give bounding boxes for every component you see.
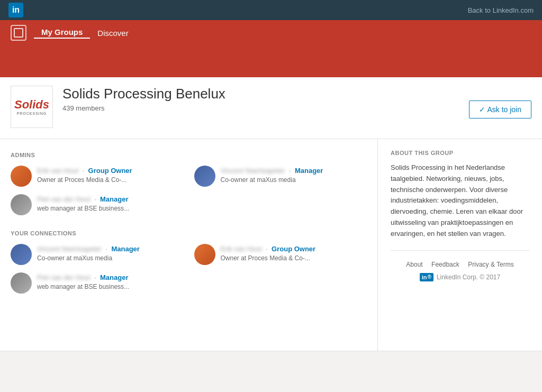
member-name: Piet van der Hout xyxy=(37,274,90,281)
member-info: Piet van der Hout · Manager web manager … xyxy=(37,272,184,290)
member-role[interactable]: Manager xyxy=(100,274,128,281)
member-role[interactable]: Group Owner xyxy=(272,245,315,253)
member-role[interactable]: Group Owner xyxy=(88,167,132,175)
list-item: Vincent Neertsapeter · Manager Co-owner … xyxy=(194,166,367,187)
linkedin-logo: in xyxy=(8,3,23,17)
member-info: Vincent Neertsapeter · Manager Co-owner … xyxy=(37,244,184,262)
group-logo: Solids PROCESSING xyxy=(11,86,53,128)
privacy-terms-link[interactable]: Privacy & Terms xyxy=(468,261,513,268)
member-subtitle: Owner at Proces Media & Co-... xyxy=(37,176,184,184)
discover-link[interactable]: Discover xyxy=(90,29,136,38)
connections-section: YOUR CONNECTIONS Vincent Neertsapeter · … xyxy=(11,230,367,294)
member-role[interactable]: Manager xyxy=(100,195,128,203)
member-info: Piet van der Hout · Manager web manager … xyxy=(37,194,184,212)
member-name: Vincent Neertsapeter xyxy=(221,167,285,175)
admins-section: ADMINS Erik van Hout · Group Owner xyxy=(11,152,367,215)
about-description: Solids Processing in het Nederlandse taa… xyxy=(391,162,529,240)
top-nav: in Back to LinkedIn.com xyxy=(0,0,542,20)
list-item: Erik van Hout · Group Owner Owner at Pro… xyxy=(194,244,367,265)
member-subtitle: Co-owner at maXus media xyxy=(221,176,367,184)
footer-logo-row: in® LinkedIn Corp. © 2017 xyxy=(391,273,529,281)
member-name: Piet van der Hout xyxy=(37,195,90,203)
linkedin-footer-logo: in® xyxy=(420,273,433,281)
member-subtitle: web manager at BSE business... xyxy=(37,205,184,212)
ask-to-join-button[interactable]: ✓ Ask to join xyxy=(469,101,531,118)
avatar xyxy=(11,166,32,187)
member-subtitle: web manager at BSE business... xyxy=(37,283,184,290)
member-role[interactable]: Manager xyxy=(295,167,323,175)
member-subtitle: Co-owner at maXus media xyxy=(37,254,184,262)
member-subtitle: Owner at Proces Media & Co-... xyxy=(221,254,367,262)
secondary-nav: My Groups Discover xyxy=(0,20,542,45)
left-panel: ADMINS Erik van Hout · Group Owner xyxy=(0,139,378,351)
connections-section-title: YOUR CONNECTIONS xyxy=(11,230,367,236)
avatar xyxy=(194,166,215,187)
list-item: Piet van der Hout · Manager web manager … xyxy=(11,272,184,294)
avatar xyxy=(11,244,32,265)
my-groups-link[interactable]: My Groups xyxy=(34,28,90,39)
avatar xyxy=(11,194,32,215)
group-header: Solids PROCESSING Solids Processing Bene… xyxy=(0,77,542,139)
member-info: Erik van Hout · Group Owner Owner at Pro… xyxy=(37,166,184,184)
body-layout: ADMINS Erik van Hout · Group Owner xyxy=(0,139,542,351)
feedback-link[interactable]: Feedback xyxy=(431,261,459,268)
about-divider xyxy=(391,250,529,251)
logo-processing-text: PROCESSING xyxy=(14,112,49,116)
logo-solids-text: Solids xyxy=(14,98,49,112)
connections-grid: Vincent Neertsapeter · Manager Co-owner … xyxy=(11,244,367,294)
red-banner xyxy=(0,45,542,77)
list-item: Erik van Hout · Group Owner Owner at Pro… xyxy=(11,166,184,187)
member-name: Erik van Hout xyxy=(221,245,262,253)
admins-grid: Erik van Hout · Group Owner Owner at Pro… xyxy=(11,166,367,215)
main-content: Solids PROCESSING Solids Processing Bene… xyxy=(0,77,542,351)
avatar xyxy=(11,272,32,294)
admins-section-title: ADMINS xyxy=(11,152,367,158)
member-info: Erik van Hout · Group Owner Owner at Pro… xyxy=(221,244,367,262)
back-to-linkedin-link[interactable]: Back to LinkedIn.com xyxy=(468,6,534,14)
groups-icon xyxy=(11,25,26,41)
footer-copyright: LinkedIn Corp. © 2017 xyxy=(437,274,500,281)
member-name: Erik van Hout xyxy=(37,167,78,175)
about-section-title: ABOUT THIS GROUP xyxy=(391,150,529,156)
footer-links: About Feedback Privacy & Terms xyxy=(391,259,529,269)
member-name: Vincent Neertsapeter xyxy=(37,245,102,253)
group-members-count: 439 members xyxy=(62,104,469,112)
avatar xyxy=(194,244,215,265)
group-info: Solids Processing Benelux 439 members xyxy=(62,86,469,112)
group-title: Solids Processing Benelux xyxy=(62,86,469,102)
list-item: Vincent Neertsapeter · Manager Co-owner … xyxy=(11,244,184,265)
member-role[interactable]: Manager xyxy=(111,245,139,253)
about-footer-link[interactable]: About xyxy=(406,261,422,268)
list-item: Piet van der Hout · Manager web manager … xyxy=(11,194,184,215)
right-panel: ABOUT THIS GROUP Solids Processing in he… xyxy=(378,139,542,351)
member-info: Vincent Neertsapeter · Manager Co-owner … xyxy=(221,166,367,184)
